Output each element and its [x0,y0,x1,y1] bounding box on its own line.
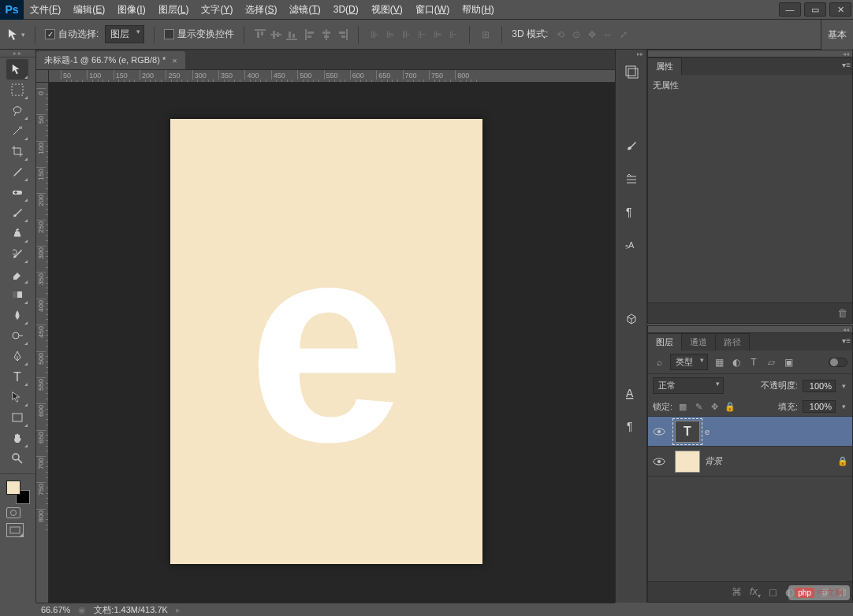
channels-tab[interactable]: 通道 [682,333,716,351]
blend-mode-dropdown[interactable]: 正常 [653,377,724,394]
history-brush-tool[interactable] [6,243,28,264]
menu-file[interactable]: 文件(F) [24,0,67,20]
menu-type[interactable]: 文字(Y) [195,0,239,20]
character-styles-icon[interactable]: ₅A [623,237,640,253]
brush-tool[interactable] [6,202,28,223]
artboard[interactable]: e [170,119,482,564]
pen-tool[interactable] [6,346,28,366]
layer-style-icon[interactable]: fx▾ [750,585,761,599]
doc-info[interactable]: 文档:1.43M/413.7K [94,604,168,616]
text-object-e[interactable]: e [248,200,405,484]
strip-collapse-handle[interactable]: ▸▸ [616,50,646,58]
marquee-tool[interactable] [6,80,28,100]
blur-tool[interactable] [6,305,28,325]
filter-type-dropdown[interactable]: 类型 [670,354,708,370]
history-panel-icon[interactable] [623,64,640,80]
auto-select-checkbox[interactable]: 自动选择: [45,28,99,41]
color-swatches[interactable] [6,481,30,504]
status-icon[interactable]: ◉ [78,605,86,615]
workspace-switcher[interactable]: 基本 [821,20,853,50]
fill-field[interactable]: 100% [803,400,836,413]
filter-adjustment-icon[interactable]: ◐ [730,356,743,369]
menu-window[interactable]: 窗口(W) [409,0,456,20]
filter-type-icon[interactable]: T [747,356,760,369]
rectangle-tool[interactable] [6,407,28,428]
document-tab[interactable]: 未标题-1 @ 66.7% (e, RGB/8) * × [36,51,185,69]
lasso-tool[interactable] [6,100,28,121]
brush-presets-panel-icon[interactable] [623,171,640,187]
visibility-toggle[interactable] [648,458,670,466]
gradient-tool[interactable] [6,284,28,305]
link-layers-icon[interactable]: ⌘ [732,586,742,598]
layer-item-text[interactable]: T e [648,417,852,447]
layer-name[interactable]: 背景 [705,455,833,467]
align-bottom-icon [285,28,298,41]
screen-mode-toggle[interactable] [6,523,24,537]
properties-tab[interactable]: 属性 [648,58,682,75]
zoom-level[interactable]: 66.67% [41,605,70,614]
menu-view[interactable]: 视图(V) [365,0,409,20]
menu-3d[interactable]: 3D(D) [327,1,365,18]
character-panel-icon[interactable]: A [623,385,640,401]
layer-mask-icon[interactable]: ◻ [769,586,777,598]
layers-tab[interactable]: 图层 [648,333,682,351]
menu-edit[interactable]: 编辑(E) [67,0,111,20]
paths-tab[interactable]: 路径 [716,333,750,351]
menu-filter[interactable]: 滤镜(T) [283,0,326,20]
clone-stamp-tool[interactable] [6,223,28,243]
lock-transparent-icon[interactable]: ▩ [677,402,688,412]
ruler-horizontal[interactable]: 5010015020025030035040045050055060065070… [49,70,615,83]
magic-wand-tool[interactable] [6,121,28,141]
path-selection-tool[interactable] [6,387,28,407]
healing-brush-tool[interactable] [6,182,28,202]
menu-layer[interactable]: 图层(L) [152,0,196,20]
filter-search-icon[interactable]: ⌕ [653,356,665,369]
paragraph-panel-icon-2[interactable]: ¶ [623,418,640,434]
filter-toggle[interactable] [829,358,847,367]
show-transform-checkbox[interactable]: 显示变换控件 [164,28,234,41]
fill-dropdown-icon[interactable]: ▾ [840,401,847,412]
visibility-toggle[interactable] [648,428,670,436]
delete-icon[interactable]: 🗑 [837,307,847,319]
menu-select[interactable]: 选择(S) [239,0,283,20]
lock-all-icon[interactable]: 🔒 [724,402,736,412]
layer-name[interactable]: e [705,427,852,436]
eraser-tool[interactable] [6,264,28,284]
crop-tool[interactable] [6,141,28,161]
dodge-tool[interactable] [6,325,28,346]
type-tool[interactable]: T [6,366,28,387]
hand-tool[interactable] [6,428,28,448]
ruler-origin[interactable] [36,70,49,83]
opacity-field[interactable]: 100% [803,380,836,392]
brush-panel-icon[interactable] [623,138,640,154]
canvas-area[interactable]: 5010015020025030035040045050055060065070… [36,70,615,603]
lock-position-icon[interactable]: ✥ [709,402,720,412]
properties-collapse-handle[interactable]: ◂◂ [648,50,852,58]
layer-item-background[interactable]: 背景 🔒 [648,447,852,477]
opacity-dropdown-icon[interactable]: ▾ [840,380,847,391]
menu-help[interactable]: 帮助(H) [456,0,501,20]
filter-pixel-icon[interactable]: ▦ [713,356,725,369]
minimize-button[interactable]: — [779,2,801,17]
lock-pixels-icon[interactable]: ✎ [693,402,704,412]
close-button[interactable]: ✕ [829,2,851,17]
zoom-tool[interactable] [6,448,28,469]
close-tab-icon[interactable]: × [172,56,177,65]
layers-menu-icon[interactable]: ▾≡ [842,336,851,345]
quickmask-toggle[interactable] [6,507,20,518]
filter-smartobj-icon[interactable]: ▣ [782,356,795,369]
eyedropper-tool[interactable] [6,161,28,182]
move-tool[interactable] [6,59,28,80]
3d-panel-icon[interactable] [623,311,640,327]
properties-menu-icon[interactable]: ▾≡ [842,61,851,69]
filter-shape-icon[interactable]: ▱ [765,356,777,369]
ruler-vertical[interactable]: 0501001502002503003504004505005506006507… [36,83,49,603]
auto-select-mode-dropdown[interactable]: 图层 [105,25,144,43]
layers-collapse-handle[interactable]: ◂◂ [648,326,852,333]
maximize-button[interactable]: ▭ [804,2,826,17]
toolbox-collapse-handle[interactable]: ▸▸ [0,50,35,58]
status-flyout-icon[interactable]: ▸ [176,605,181,615]
menu-image[interactable]: 图像(I) [111,0,151,20]
paragraph-panel-icon[interactable]: ¶ [623,204,640,220]
foreground-color[interactable] [6,481,20,495]
